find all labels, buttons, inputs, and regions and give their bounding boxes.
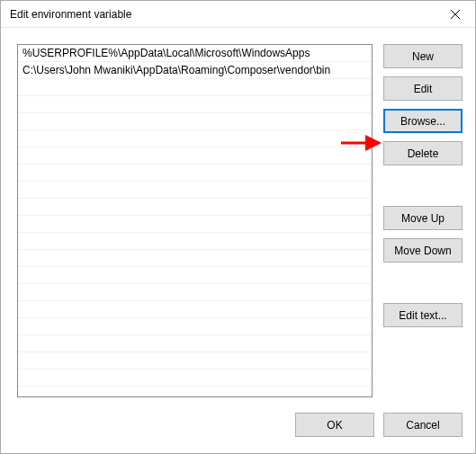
list-item[interactable] [18,369,372,387]
list-item[interactable] [18,216,372,233]
delete-button[interactable]: Delete [383,141,463,165]
list-item[interactable] [18,147,372,165]
edit-text-button[interactable]: Edit text... [383,303,463,327]
path-listbox[interactable]: %USERPROFILE%\AppData\Local\Microsoft\Wi… [17,44,373,397]
list-item[interactable] [18,284,372,301]
list-item[interactable] [18,335,372,352]
close-icon [451,10,460,19]
cancel-button[interactable]: Cancel [383,413,463,437]
list-item[interactable] [18,182,372,199]
list-item[interactable] [18,250,372,267]
ok-button[interactable]: OK [295,413,374,437]
bottom-bar: OK Cancel [1,413,475,453]
new-button[interactable]: New [383,44,463,68]
edit-button[interactable]: Edit [383,76,463,101]
list-item[interactable] [18,233,372,250]
content-area: %USERPROFILE%\AppData\Local\Microsoft\Wi… [1,28,475,413]
close-button[interactable] [435,1,475,27]
list-item[interactable] [18,79,372,96]
move-down-button[interactable]: Move Down [383,238,463,263]
edit-env-var-dialog: Edit environment variable %USERPROFILE%\… [0,0,476,454]
list-item[interactable] [18,199,372,216]
list-item[interactable] [18,96,372,113]
list-item[interactable] [18,318,372,335]
dialog-title: Edit environment variable [10,8,131,21]
list-item[interactable]: C:\Users\John Mwaniki\AppData\Roaming\Co… [18,62,372,79]
list-item[interactable] [18,267,372,284]
list-item[interactable] [18,352,372,369]
list-item[interactable] [18,301,372,318]
list-item[interactable]: %USERPROFILE%\AppData\Local\Microsoft\Wi… [18,45,372,62]
browse-button[interactable]: Browse... [383,109,463,133]
list-item[interactable] [18,113,372,130]
titlebar: Edit environment variable [1,1,475,28]
list-item[interactable] [18,165,372,182]
list-item[interactable] [18,130,372,147]
move-up-button[interactable]: Move Up [383,206,463,230]
side-buttons: New Edit Browse... Delete Move Up Move D… [383,44,463,404]
